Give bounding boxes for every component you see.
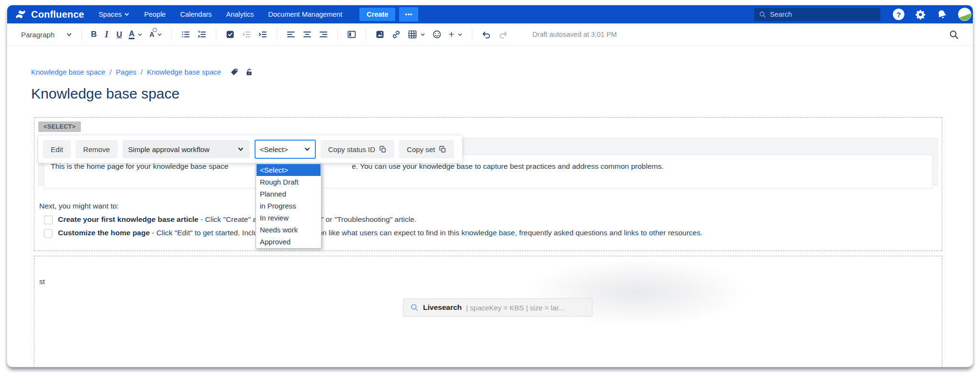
copy-status-id-label: Copy status ID	[328, 145, 375, 154]
task-item-create-article: Create your first knowledge base article…	[44, 215, 416, 224]
underline-button[interactable]: U	[113, 26, 125, 43]
stub-text: st	[39, 277, 45, 285]
breadcrumb-space-link[interactable]: Knowledge base space	[31, 68, 105, 76]
insert-more-dropdown[interactable]: +	[445, 26, 466, 43]
copy-set-label: Copy set	[407, 145, 435, 154]
nav-item-spaces[interactable]: Spaces	[99, 11, 130, 18]
editor-toolbar: Paragraph B I U A A	[7, 23, 973, 46]
chevron-down-icon	[157, 32, 162, 37]
insert-image-button[interactable]	[372, 26, 388, 43]
brand-title[interactable]: Confluence	[31, 9, 84, 20]
insert-table-dropdown[interactable]	[404, 26, 429, 43]
italic-glyph: I	[103, 30, 110, 40]
copy-icon	[439, 145, 446, 153]
bold-button[interactable]: B	[88, 26, 100, 43]
status-select[interactable]: <Select>	[255, 140, 316, 159]
emoji-button[interactable]	[429, 26, 445, 43]
nav-item-analytics[interactable]: Analytics	[226, 11, 254, 18]
paragraph-style-dropdown[interactable]: Paragraph	[18, 26, 76, 43]
settings-gear-icon[interactable]	[915, 9, 926, 20]
search-input[interactable]: Search	[754, 8, 880, 21]
underline-glyph: U	[116, 30, 122, 39]
user-avatar[interactable]	[958, 8, 971, 21]
undo-button[interactable]	[478, 26, 495, 43]
unlocked-padlock-icon[interactable]	[245, 68, 253, 76]
status-option[interactable]: in Progress	[256, 200, 321, 212]
remove-button[interactable]: Remove	[76, 140, 118, 158]
chevron-down-icon	[124, 11, 130, 17]
livesearch-macro[interactable]: Livesearch | spaceKey = KBS | size = lar…	[403, 298, 592, 317]
help-icon[interactable]: ?	[893, 9, 904, 20]
workflow-select[interactable]: Simple approval workflow	[122, 140, 250, 158]
chevron-down-icon	[66, 32, 72, 38]
chevron-down-icon	[420, 32, 425, 37]
task-checkbox[interactable]	[44, 216, 53, 224]
workflow-select-value: Simple approval workflow	[128, 145, 210, 154]
chevron-down-icon	[304, 146, 311, 153]
nav-item-label: Spaces	[99, 11, 122, 18]
next-heading: Next, you might want to:	[39, 202, 119, 210]
toolbar-divider	[337, 28, 338, 41]
plus-glyph: +	[448, 30, 454, 39]
editor-search-button[interactable]	[946, 26, 962, 43]
outdent-button[interactable]	[238, 26, 255, 43]
page-layout-button[interactable]	[344, 26, 360, 43]
align-left-button[interactable]	[283, 26, 299, 43]
numbered-list-button[interactable]	[194, 26, 210, 43]
redo-button[interactable]	[495, 26, 512, 43]
task-text: Create your first knowledge base article…	[58, 215, 416, 224]
copy-icon	[379, 145, 387, 153]
breadcrumb-separator: /	[110, 68, 111, 76]
notifications-bell-icon[interactable]	[935, 8, 949, 22]
search-icon	[949, 30, 959, 40]
labels-tag-icon[interactable]	[230, 68, 238, 76]
breadcrumb-page-link[interactable]: Knowledge base space	[147, 68, 221, 76]
status-option[interactable]: <Select>	[256, 164, 321, 176]
status-options-list: <Select>Rough DraftPlannedin ProgressIn …	[256, 163, 322, 249]
nav-item-people[interactable]: People	[144, 11, 166, 18]
kb-intro-macro-block[interactable]: <SELECT> This is the home page for your …	[34, 117, 942, 251]
nav-item-calendars[interactable]: Calendars	[180, 11, 212, 18]
align-center-button[interactable]	[299, 26, 315, 43]
toolbar-divider	[277, 28, 277, 41]
page-title: Knowledge base space	[31, 86, 942, 102]
text-color-dropdown[interactable]: A	[125, 26, 146, 43]
breadcrumb: Knowledge base space / Pages / Knowledge…	[31, 68, 942, 76]
create-button[interactable]: Create	[359, 8, 395, 21]
edit-button[interactable]: Edit	[43, 140, 71, 158]
nav-item-document-management[interactable]: Document Management	[268, 11, 343, 18]
status-option[interactable]: Needs work	[256, 224, 321, 236]
status-option[interactable]: In review	[256, 212, 321, 224]
insert-link-button[interactable]	[388, 26, 404, 43]
select-macro-chip[interactable]: <SELECT>	[38, 121, 81, 132]
breadcrumb-separator: /	[141, 68, 143, 76]
bullet-list-button[interactable]	[178, 26, 194, 43]
copy-status-id-button[interactable]: Copy status ID	[321, 140, 394, 158]
toolbar-divider	[472, 28, 472, 41]
task-list-button[interactable]	[222, 26, 238, 43]
formatting-more-dropdown[interactable]: A	[146, 26, 166, 43]
status-option[interactable]: Rough Draft	[256, 176, 321, 188]
livesearch-label: Livesearch	[423, 303, 462, 312]
intro-text-right: e. You can use your knowledge base to ca…	[352, 162, 663, 170]
task-item-customize-home: Customize the home page - Click "Edit" t…	[44, 229, 702, 238]
status-option[interactable]: Approved	[256, 236, 321, 248]
toolbar-divider	[81, 28, 82, 41]
autosave-status: Draft autosaved at 3:01 PM	[533, 31, 617, 38]
italic-button[interactable]: I	[100, 26, 113, 43]
more-actions-button[interactable]: •••	[399, 7, 418, 22]
align-right-button[interactable]	[315, 26, 332, 43]
toolbar-divider	[216, 28, 216, 41]
copy-set-button[interactable]: Copy set	[399, 140, 454, 158]
status-option[interactable]: Planned	[256, 188, 321, 200]
indent-button[interactable]	[255, 26, 271, 43]
breadcrumb-pages-link[interactable]: Pages	[116, 68, 136, 76]
confluence-logo-icon[interactable]	[15, 9, 26, 20]
top-nav: Confluence Spaces People Calendars Analy…	[7, 5, 973, 23]
livesearch-macro-block[interactable]: st Livesearch | spaceKey = KBS | size = …	[34, 256, 942, 367]
macro-edit-popup: Edit Remove Simple approval workflow <Se…	[38, 135, 462, 163]
page-content: Knowledge base space / Pages / Knowledge…	[7, 68, 973, 367]
task-checkbox[interactable]	[44, 229, 53, 238]
chevron-down-icon	[237, 146, 244, 153]
status-select-value: <Select>	[260, 145, 288, 154]
